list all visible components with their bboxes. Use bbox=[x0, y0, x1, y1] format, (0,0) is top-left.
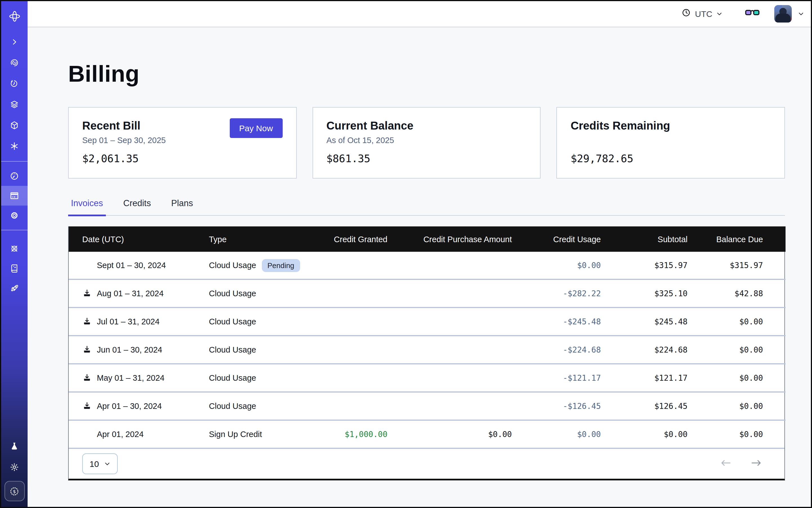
card-as-of: As of Oct 15, 2025 bbox=[326, 135, 526, 146]
invoice-date: Jul 01 – 31, 2024 bbox=[97, 317, 160, 326]
subtotal-value: $224.68 bbox=[601, 336, 688, 364]
tab-plans[interactable]: Plans bbox=[168, 198, 196, 216]
billing-card-icon bbox=[9, 191, 19, 201]
iris-icon bbox=[9, 58, 19, 68]
credit-usage-value: -$224.68 bbox=[512, 336, 601, 364]
sidebar-item-docs[interactable] bbox=[1, 258, 28, 278]
credits-remaining-card: Credits Remaining $29,782.65 bbox=[557, 107, 785, 178]
credit-purchase-value bbox=[387, 252, 512, 279]
subtotal-value: $315.97 bbox=[601, 252, 688, 279]
credit-purchase-value bbox=[387, 279, 512, 307]
balance-due-value: $0.00 bbox=[688, 420, 785, 448]
tab-credits[interactable]: Credits bbox=[121, 198, 154, 216]
credit-usage-value: -$245.48 bbox=[512, 307, 601, 336]
sidebar: $ bbox=[1, 1, 28, 507]
balance-due-value: $0.00 bbox=[688, 392, 785, 420]
user-avatar bbox=[774, 5, 792, 23]
current-balance-card: Current Balance As of Oct 15, 2025 $861.… bbox=[312, 107, 541, 178]
timezone-label: UTC bbox=[695, 9, 712, 18]
table-row: May 01 – 31, 2024 Cloud Usage -$121.17 $… bbox=[69, 364, 785, 392]
invoice-type: Cloud Usage bbox=[209, 345, 256, 354]
col-credit-usage: Credit Usage bbox=[512, 226, 601, 252]
card-title: Current Balance bbox=[326, 118, 526, 133]
credits-badge-button[interactable]: $ bbox=[4, 481, 25, 501]
chevron-down-icon bbox=[798, 9, 804, 19]
download-invoice-button[interactable] bbox=[82, 400, 92, 412]
credit-purchase-value bbox=[387, 307, 512, 336]
table-header: Date (UTC) Type Credit Granted Credit Pu… bbox=[69, 226, 785, 252]
sidebar-item-settings[interactable] bbox=[1, 206, 28, 225]
app-window: $ UTC bbox=[0, 0, 812, 508]
download-invoice-button[interactable] bbox=[82, 344, 92, 355]
col-type: Type bbox=[209, 226, 316, 252]
sidebar-item-functions[interactable] bbox=[1, 136, 28, 157]
invoice-date: Sept 01 – 30, 2024 bbox=[97, 261, 166, 270]
credit-purchase-value bbox=[387, 364, 512, 392]
logo-orbit-icon bbox=[8, 10, 20, 23]
app-logo[interactable] bbox=[1, 1, 28, 32]
history-clock-icon bbox=[9, 79, 19, 88]
balance-due-value: $0.00 bbox=[688, 307, 785, 336]
tab-invoices[interactable]: Invoices bbox=[68, 198, 106, 216]
balance-due-value: $315.97 bbox=[688, 252, 785, 279]
invoice-date: Aug 01 – 31, 2024 bbox=[97, 289, 164, 298]
download-invoice-button[interactable] bbox=[82, 372, 92, 384]
sidebar-item-getting-started[interactable] bbox=[1, 278, 28, 298]
credit-usage-value: $0.00 bbox=[512, 420, 601, 448]
glasses-icon[interactable] bbox=[745, 8, 760, 20]
invoice-type: Sign Up Credit bbox=[209, 430, 262, 439]
billing-tabs: Invoices Credits Plans bbox=[68, 198, 785, 216]
credit-granted-value bbox=[316, 279, 387, 307]
theme-toggle[interactable] bbox=[1, 457, 28, 477]
timezone-selector[interactable]: UTC bbox=[681, 8, 722, 20]
sidebar-item-layers[interactable] bbox=[1, 94, 28, 115]
sidebar-item-labs[interactable] bbox=[1, 436, 28, 457]
clock-icon bbox=[681, 8, 691, 20]
table-row: Aug 01 – 31, 2024 Cloud Usage -$282.22 $… bbox=[69, 279, 785, 307]
current-balance-amount: $861.35 bbox=[326, 153, 526, 164]
cube-icon bbox=[9, 121, 19, 130]
invoices-table: Date (UTC) Type Credit Granted Credit Pu… bbox=[68, 226, 785, 480]
page-title: Billing bbox=[68, 61, 785, 86]
subtotal-value: $126.45 bbox=[601, 392, 688, 420]
sidebar-item-help-hub[interactable] bbox=[1, 239, 28, 258]
sidebar-item-history[interactable] bbox=[1, 73, 28, 94]
sidebar-item-packages[interactable] bbox=[1, 115, 28, 136]
col-credit-granted: Credit Granted bbox=[316, 226, 387, 252]
summary-cards: Recent Bill Sep 01 – Sep 30, 2025 $2,061… bbox=[68, 107, 785, 178]
recent-bill-amount: $2,061.35 bbox=[82, 153, 283, 164]
table-row: Jun 01 – 30, 2024 Cloud Usage -$224.68 $… bbox=[69, 336, 785, 364]
table-row: Jul 01 – 31, 2024 Cloud Usage -$245.48 $… bbox=[69, 307, 785, 336]
rocket-icon bbox=[9, 283, 19, 293]
sun-icon bbox=[9, 462, 19, 472]
topbar: UTC bbox=[28, 1, 811, 28]
chevron-right-icon bbox=[10, 38, 18, 46]
credit-purchase-value bbox=[387, 336, 512, 364]
download-invoice-button[interactable] bbox=[82, 288, 92, 299]
prev-page-button[interactable] bbox=[720, 458, 731, 469]
sidebar-item-usage[interactable] bbox=[1, 166, 28, 186]
credits-remaining-amount: $29,782.65 bbox=[571, 153, 771, 164]
sidebar-item-billing[interactable] bbox=[1, 186, 28, 206]
invoice-type: Cloud Usage bbox=[209, 289, 256, 298]
balance-due-value: $42.88 bbox=[688, 279, 785, 307]
download-invoice-button[interactable] bbox=[82, 316, 92, 327]
pay-now-button[interactable]: Pay Now bbox=[229, 118, 283, 138]
next-page-button[interactable] bbox=[751, 458, 762, 469]
layers-icon bbox=[9, 100, 19, 109]
credit-granted-value bbox=[316, 307, 387, 336]
subtotal-value: $325.10 bbox=[601, 279, 688, 307]
page-size-select[interactable]: 10 bbox=[82, 453, 117, 474]
sidebar-item-monitor[interactable] bbox=[1, 52, 28, 73]
user-menu[interactable] bbox=[774, 5, 804, 23]
status-badge: Pending bbox=[262, 259, 300, 272]
credit-usage-value: -$282.22 bbox=[512, 279, 601, 307]
credit-granted-value bbox=[316, 336, 387, 364]
sidebar-collapse-toggle[interactable] bbox=[1, 32, 28, 52]
invoice-type: Cloud Usage bbox=[209, 401, 256, 411]
book-sparkle-icon bbox=[9, 263, 19, 273]
main-column: UTC bbox=[28, 1, 811, 507]
sidebar-divider bbox=[1, 230, 28, 230]
flask-icon bbox=[9, 441, 19, 451]
credit-usage-value: -$121.17 bbox=[512, 364, 601, 392]
